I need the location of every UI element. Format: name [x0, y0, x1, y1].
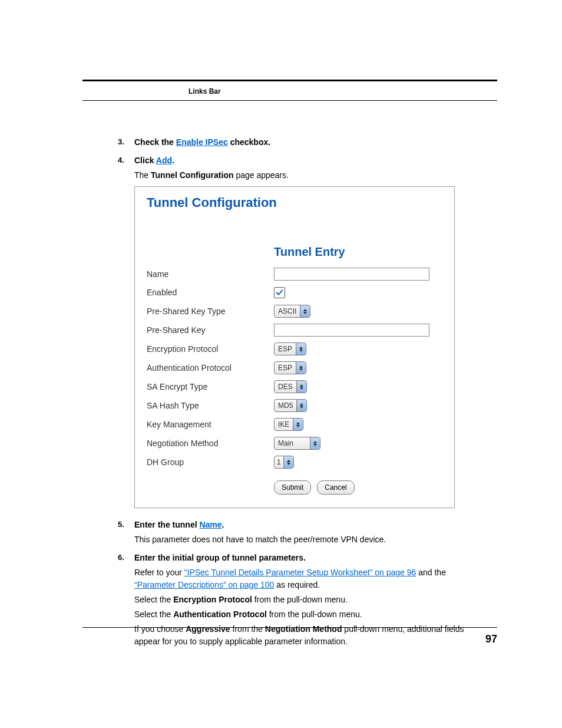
label-enc-proto: Encryption Protocol: [147, 343, 274, 355]
auth-proto-value: ESP: [275, 362, 296, 374]
s6-l3-pre: Select the: [134, 610, 173, 619]
step-5-pre: Enter the tunnel: [134, 520, 199, 529]
stepper-icon: [296, 400, 306, 411]
sa-encrypt-select[interactable]: DES: [274, 380, 307, 393]
enabled-checkbox[interactable]: [274, 287, 285, 298]
stepper-icon: [293, 419, 303, 430]
step-3-post: checkbox.: [228, 137, 270, 147]
step-6-number: 6.: [118, 552, 124, 564]
tunnel-config-screenshot: Tunnel Configuration Tunnel Entry Name E…: [134, 186, 455, 508]
submit-button[interactable]: Submit: [274, 480, 311, 495]
auth-proto-select[interactable]: ESP: [274, 361, 306, 374]
s6-l2-bold: Encryption Protocol: [173, 595, 252, 604]
cancel-button[interactable]: Cancel: [317, 480, 354, 495]
s6-l3-bold: Authentication Protocol: [173, 610, 267, 619]
s6-l4-bold1: Aggressive: [186, 624, 230, 634]
s6-l1-pre: Refer to your: [134, 568, 184, 577]
enc-proto-value: ESP: [275, 343, 296, 355]
label-key-mgmt: Key Management: [147, 419, 274, 431]
s6-l2-post: from the pull-down menu.: [252, 595, 348, 604]
form-title: Tunnel Configuration: [147, 193, 442, 212]
step-4-sub: The Tunnel Configuration page appears.: [134, 169, 485, 182]
step-5-post: .: [222, 520, 224, 529]
stepper-icon: [296, 343, 306, 355]
step-4-sub-post: page appears.: [234, 170, 289, 180]
rule-heavy: [82, 80, 497, 81]
step-6-line3: Select the Authentication Protocol from …: [134, 608, 485, 621]
label-name: Name: [147, 268, 274, 281]
link-param-descriptions[interactable]: “Parameter Descriptions” on page 100: [134, 580, 274, 589]
sa-hash-select[interactable]: MD5: [274, 399, 307, 412]
dh-group-value: 1: [275, 456, 283, 468]
s6-l4-mid: from the: [230, 624, 265, 634]
step-4-pre: Click: [134, 156, 156, 165]
step-5-sub: This parameter does not have to match th…: [134, 533, 485, 546]
rule-light: [82, 100, 497, 101]
button-row: Submit Cancel: [274, 480, 442, 495]
content: 3. Check the Enable IPSec checkbox. 4. C…: [118, 136, 485, 648]
label-neg-method: Negotiation Method: [147, 437, 274, 450]
link-ipsec-worksheet[interactable]: “IPSec Tunnel Details Parameter Setup Wo…: [184, 568, 416, 577]
step-6-line2: Select the Encryption Protocol from the …: [134, 594, 485, 606]
dh-group-select[interactable]: 1: [274, 456, 294, 469]
header-links-bar: Links Bar: [82, 85, 497, 100]
s6-l4-pre: If you choose: [134, 624, 186, 634]
stepper-icon: [296, 362, 306, 374]
link-add[interactable]: Add: [156, 156, 172, 165]
step-6: 6. Enter the initial group of tunnel par…: [118, 552, 485, 648]
label-sa-encrypt: SA Encrypt Type: [147, 381, 274, 393]
step-3: 3. Check the Enable IPSec checkbox.: [118, 136, 485, 149]
step-4-post: .: [172, 156, 174, 165]
s6-l4-bold2: Negotiation Method: [265, 624, 342, 634]
sa-encrypt-value: DES: [275, 381, 296, 393]
neg-method-value: Main: [275, 437, 310, 449]
s6-l3-post: from the pull-down menu.: [267, 610, 362, 619]
step-3-pre: Check the: [134, 137, 176, 147]
step-3-number: 3.: [118, 136, 124, 148]
step-4-sub-bold: Tunnel Configuration: [151, 170, 234, 180]
sa-hash-value: MD5: [275, 400, 296, 411]
checkmark-icon: [276, 289, 283, 297]
link-enable-ipsec[interactable]: Enable IPSec: [176, 137, 228, 147]
label-sa-hash: SA Hash Type: [147, 400, 274, 412]
key-mgmt-select[interactable]: IKE: [274, 418, 303, 431]
label-dh-group: DH Group: [147, 456, 274, 469]
stepper-icon: [283, 456, 293, 468]
label-auth-proto: Authentication Protocol: [147, 362, 274, 374]
step-5-number: 5.: [118, 519, 124, 531]
label-psk-type: Pre-Shared Key Type: [147, 305, 274, 318]
step-6-line1: Refer to your “IPSec Tunnel Details Para…: [134, 566, 485, 591]
step-4-sub-pre: The: [134, 170, 151, 180]
s6-l1-mid: and the: [416, 568, 446, 577]
form-section-title: Tunnel Entry: [274, 243, 442, 261]
page-number: 97: [485, 633, 497, 645]
neg-method-select[interactable]: Main: [274, 437, 320, 450]
enc-proto-select[interactable]: ESP: [274, 342, 306, 355]
bottom-rule: [82, 627, 497, 628]
psk-type-select[interactable]: ASCII: [274, 305, 310, 318]
label-psk: Pre-Shared Key: [147, 324, 274, 337]
psk-type-value: ASCII: [275, 305, 300, 317]
stepper-icon: [310, 437, 320, 449]
name-input[interactable]: [274, 268, 429, 281]
step-5: 5. Enter the tunnel Name. This parameter…: [118, 519, 485, 546]
s6-l2-pre: Select the: [134, 595, 173, 604]
stepper-icon: [300, 305, 310, 317]
step-6-title: Enter the initial group of tunnel parame…: [134, 553, 306, 562]
link-name[interactable]: Name: [199, 520, 222, 529]
psk-input[interactable]: [274, 324, 429, 337]
stepper-icon: [296, 381, 306, 393]
step-4: 4. Click Add. The Tunnel Configuration p…: [118, 154, 485, 508]
label-enabled: Enabled: [147, 286, 274, 299]
step-4-number: 4.: [118, 154, 124, 166]
key-mgmt-value: IKE: [275, 419, 293, 430]
page: Links Bar 3. Check the Enable IPSec chec…: [0, 0, 562, 728]
s6-l1-post: as required.: [274, 580, 320, 589]
